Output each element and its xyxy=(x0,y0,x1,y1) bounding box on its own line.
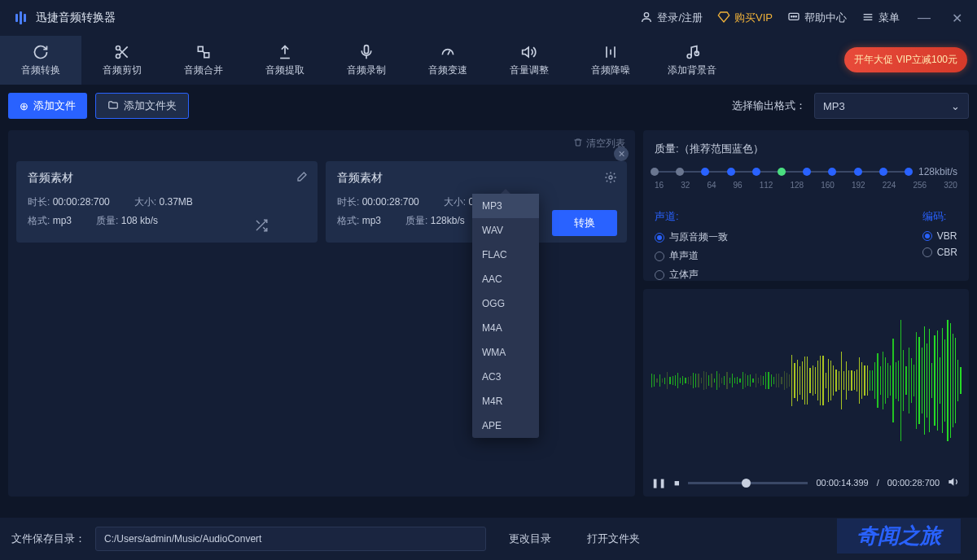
save-dir-label: 文件保存目录： xyxy=(11,532,85,546)
svg-point-4 xyxy=(795,15,796,16)
hamburger-icon xyxy=(861,11,874,26)
pause-button[interactable]: ❚❚ xyxy=(651,478,666,488)
add-folder-button[interactable]: 添加文件夹 xyxy=(95,93,189,119)
app-title: 迅捷音频转换器 xyxy=(36,11,116,25)
svg-marker-17 xyxy=(523,47,529,57)
tab-bgm[interactable]: 添加背景音 xyxy=(651,36,733,85)
upload-icon xyxy=(277,44,293,60)
svg-rect-14 xyxy=(365,45,369,53)
encode-option[interactable]: VBR xyxy=(922,230,957,242)
svg-rect-12 xyxy=(198,46,203,51)
gear-icon[interactable] xyxy=(604,171,617,186)
format-option-m4a[interactable]: M4A xyxy=(472,316,539,340)
tab-denoise[interactable]: 音频降噪 xyxy=(570,36,651,85)
output-format-select[interactable]: MP3 ⌄ xyxy=(814,93,969,119)
tab-record[interactable]: 音频录制 xyxy=(326,36,407,85)
plus-circle-icon: ⊕ xyxy=(20,100,28,112)
tab-volume[interactable]: 音量调整 xyxy=(488,36,570,85)
equalizer-icon xyxy=(602,44,619,60)
svg-point-2 xyxy=(791,15,792,16)
minimize-button[interactable]: — xyxy=(914,11,934,25)
open-folder-button[interactable]: 打开文件夹 xyxy=(574,527,653,551)
tab-extract[interactable]: 音频提取 xyxy=(244,36,326,85)
user-icon xyxy=(640,11,653,26)
add-file-button[interactable]: ⊕ 添加文件 xyxy=(8,93,87,119)
stop-button[interactable]: ■ xyxy=(674,478,680,488)
svg-line-16 xyxy=(448,50,450,55)
format-option-ac3[interactable]: AC3 xyxy=(472,365,539,389)
tab-merge[interactable]: 音频合并 xyxy=(163,36,244,85)
music-icon xyxy=(684,44,700,60)
trash-icon xyxy=(573,138,583,150)
chat-icon xyxy=(787,11,800,26)
shuffle-icon xyxy=(254,218,269,235)
tab-cut[interactable]: 音频剪切 xyxy=(81,36,163,85)
merge-icon xyxy=(195,44,212,60)
scissors-icon xyxy=(114,44,130,60)
source-file-card: 音频素材 时长: 00:00:28:700 大小: 0.37MB 格式: mp3… xyxy=(16,161,318,243)
format-option-aac[interactable]: AAC xyxy=(472,267,539,291)
quality-title: 质量:（推荐范围蓝色） xyxy=(655,142,957,156)
svg-point-0 xyxy=(645,12,649,16)
logo-icon xyxy=(11,9,29,27)
channel-option[interactable]: 立体声 xyxy=(655,268,728,282)
tab-convert[interactable]: 音频转换 xyxy=(0,36,81,85)
format-option-ape[interactable]: APE xyxy=(472,413,539,438)
bitrate-value: 128kbit/s xyxy=(918,166,957,177)
time-total: 00:00:28:700 xyxy=(887,478,940,488)
quality-slider[interactable]: 128kbit/s xyxy=(655,166,957,177)
svg-point-3 xyxy=(793,15,794,16)
waveform-display xyxy=(651,297,961,464)
app-logo: 迅捷音频转换器 xyxy=(11,9,116,27)
tab-speed[interactable]: 音频变速 xyxy=(407,36,488,85)
mic-icon xyxy=(358,44,375,60)
channel-option[interactable]: 单声道 xyxy=(655,249,728,263)
menu-button[interactable]: 菜单 xyxy=(861,11,900,26)
edit-icon[interactable] xyxy=(295,171,308,186)
card-title: 音频素材 xyxy=(28,171,306,186)
speedometer-icon xyxy=(440,44,456,60)
change-dir-button[interactable]: 更改目录 xyxy=(496,527,564,551)
format-option-ogg[interactable]: OGG xyxy=(472,291,539,316)
format-dropdown: MP3WAVFLACAACOGGM4AWMAAC3M4RAPE xyxy=(472,194,539,438)
channel-label: 声道: xyxy=(655,209,728,224)
time-current: 00:00:14.399 xyxy=(816,478,868,488)
promo-badge[interactable]: 开年大促 VIP立减100元 xyxy=(844,47,967,72)
format-option-wav[interactable]: WAV xyxy=(472,218,539,243)
refresh-icon xyxy=(33,44,49,60)
diamond-icon xyxy=(717,11,730,26)
format-option-wma[interactable]: WMA xyxy=(472,340,539,365)
watermark: 奇闻之旅 xyxy=(837,518,961,553)
encode-label: 编码: xyxy=(922,209,957,224)
card-title: 音频素材 xyxy=(337,171,616,186)
format-option-mp3[interactable]: MP3 xyxy=(472,194,539,218)
svg-rect-13 xyxy=(204,52,209,57)
channel-option[interactable]: 与原音频一致 xyxy=(655,230,728,244)
output-format-label: 选择输出格式： xyxy=(732,98,806,113)
login-button[interactable]: 登录/注册 xyxy=(640,11,703,26)
help-button[interactable]: 帮助中心 xyxy=(787,11,847,26)
volume-icon[interactable] xyxy=(948,475,961,490)
format-option-flac[interactable]: FLAC xyxy=(472,243,539,267)
progress-slider[interactable] xyxy=(688,482,808,484)
encode-option[interactable]: CBR xyxy=(922,247,957,258)
main-tabs: 音频转换 音频剪切 音频合并 音频提取 音频录制 音频变速 音量调整 音频降噪 … xyxy=(0,36,977,85)
close-button[interactable]: ✕ xyxy=(949,11,966,26)
save-path-input[interactable] xyxy=(95,527,486,551)
remove-card-button[interactable]: ✕ xyxy=(614,147,629,161)
svg-point-23 xyxy=(609,176,612,179)
folder-icon xyxy=(107,99,119,113)
svg-marker-24 xyxy=(949,478,953,485)
speaker-icon xyxy=(521,44,537,60)
format-option-m4r[interactable]: M4R xyxy=(472,389,539,413)
chevron-down-icon: ⌄ xyxy=(951,100,960,112)
buy-vip-button[interactable]: 购买VIP xyxy=(717,11,773,26)
convert-button[interactable]: 转换 xyxy=(552,210,617,236)
